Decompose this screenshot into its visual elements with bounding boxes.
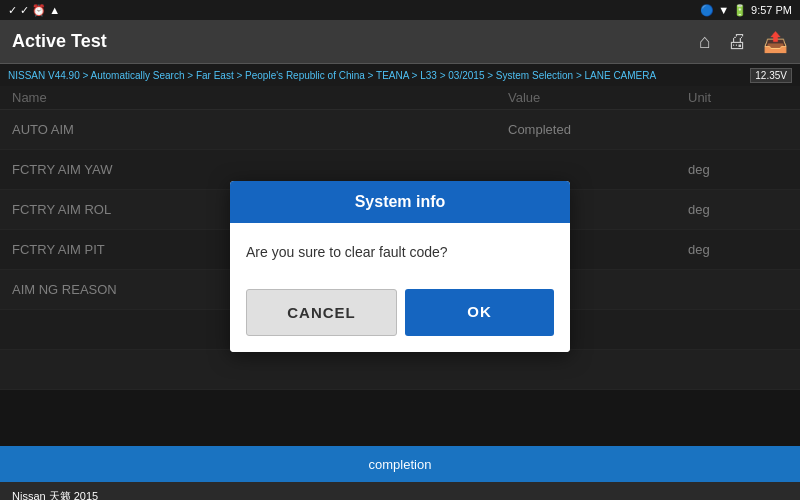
signal-icon: ▼	[718, 4, 729, 16]
dialog-message: Are you sure to clear fault code?	[246, 244, 448, 260]
app-header: Active Test ⌂ 🖨 📤	[0, 20, 800, 64]
main-content: Name Value Unit AUTO AIM Completed FCTRY…	[0, 86, 800, 446]
dialog-buttons: CANCEL OK	[230, 281, 570, 352]
status-icons: ✓ ✓ ⏰ ▲	[8, 4, 60, 17]
export-icon[interactable]: 📤	[763, 30, 788, 54]
breadcrumb: NISSAN V44.90 > Automatically Search > F…	[0, 64, 800, 86]
dialog-header: System info	[230, 181, 570, 223]
modal-overlay: System info Are you sure to clear fault …	[0, 86, 800, 446]
home-icon[interactable]: ⌂	[699, 30, 711, 53]
bluetooth-icon: 🔵	[700, 4, 714, 17]
system-info-dialog: System info Are you sure to clear fault …	[230, 181, 570, 352]
battery-icon: 🔋	[733, 4, 747, 17]
cancel-button[interactable]: CANCEL	[246, 289, 397, 336]
completion-label: completion	[369, 457, 432, 472]
dialog-body: Are you sure to clear fault code?	[230, 223, 570, 281]
page-title: Active Test	[12, 31, 107, 52]
status-right: 🔵 ▼ 🔋 9:57 PM	[700, 4, 792, 17]
footer-info: Nissan 天籁 2015 VIN LGBF5AE01FR341977	[0, 482, 800, 500]
print-icon[interactable]: 🖨	[727, 30, 747, 53]
breadcrumb-text: NISSAN V44.90 > Automatically Search > F…	[8, 70, 656, 81]
voltage-display: 12.35V	[750, 68, 792, 83]
dialog-title: System info	[355, 193, 446, 210]
header-icon-group: ⌂ 🖨 📤	[699, 30, 788, 54]
time-display: 9:57 PM	[751, 4, 792, 16]
ok-button[interactable]: OK	[405, 289, 554, 336]
completion-bar: completion	[0, 446, 800, 482]
status-left-icons: ✓ ✓ ⏰ ▲	[8, 4, 60, 17]
vehicle-name: Nissan 天籁 2015	[12, 489, 788, 501]
status-bar: ✓ ✓ ⏰ ▲ 🔵 ▼ 🔋 9:57 PM	[0, 0, 800, 20]
